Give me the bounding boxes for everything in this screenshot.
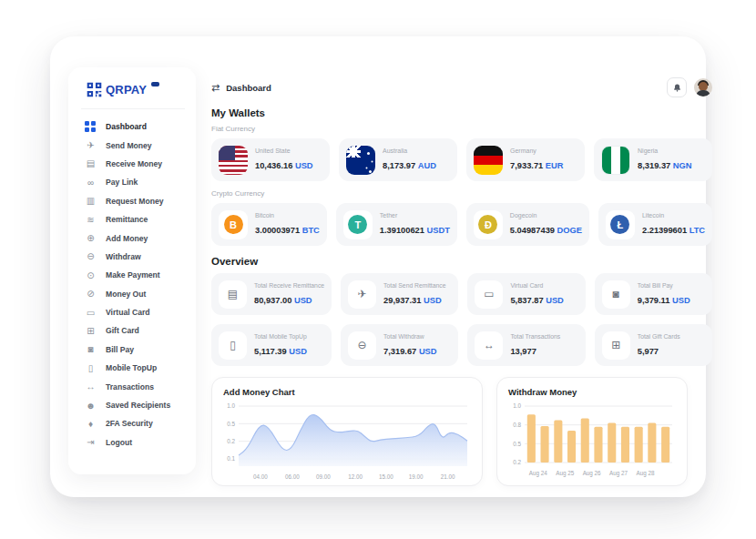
svg-text:0.8: 0.8 (513, 422, 521, 428)
coin-balance: 1.39100621 USDT (380, 226, 450, 235)
sidebar-item-logout[interactable]: ⇥ Logout (81, 433, 185, 452)
crypto-currency-label: Crypto Currency (211, 189, 712, 198)
fiat-wallet-de[interactable]: Germany 7,933.71 EUR (466, 138, 585, 181)
add-money-area-chart[interactable]: 1.00.50.20.104.0006.0009.0012.0015.0019.… (223, 399, 471, 483)
stat-card-total-bill-pay[interactable]: ◙ Total Bill Pay 9,379.11 USD (595, 273, 712, 315)
de-flag-icon (474, 146, 503, 175)
stat-label: Virtual Card (510, 282, 563, 289)
stat-value: 7,319.67 USD (383, 347, 436, 356)
sidebar-item-pay-link[interactable]: ∞ Pay Link (81, 173, 185, 191)
logo-badge (151, 82, 159, 86)
stat-card-total-receive-remittance[interactable]: ▤ Total Receive Remittance 80,937.00 USD (211, 273, 332, 315)
logo-text: QRPAY (106, 82, 147, 97)
us-flag-icon (219, 146, 248, 175)
sidebar-item-mobile-topup[interactable]: ▯ Mobile TopUp (81, 359, 185, 377)
coin-name-label: Dogecoin (510, 212, 582, 219)
sidebar-item-saved-recipients[interactable]: ☻ Saved Recipients (81, 396, 185, 414)
my-wallets-title: My Wallets (211, 107, 712, 118)
sidebar-item-label: 2FA Security (106, 419, 153, 428)
breadcrumb[interactable]: ⇄ Dashboard (211, 82, 271, 94)
total-receive-remittance-icon: ▤ (219, 280, 247, 309)
svg-text:Aug 24: Aug 24 (529, 470, 547, 477)
stat-value: 80,937.00 USD (254, 296, 312, 305)
add-money-chart-card: Add Money Chart 1.00.50.20.104.0006.0009… (211, 377, 483, 486)
crypto-wallet-btc[interactable]: B Bitcoin 3.00003971 BTC (211, 203, 327, 246)
make-payment-icon: ⊙ (85, 270, 97, 281)
wallet-balance: 8,319.37 NGN (638, 161, 691, 170)
total-withdraw-icon: ⊖ (348, 331, 376, 360)
svg-text:04.00: 04.00 (253, 473, 268, 480)
fiat-wallet-au[interactable]: Australia 8,173.97 AUD (339, 138, 457, 181)
sidebar-item-gift-card[interactable]: ⊞ Gift Card (81, 321, 185, 340)
sidebar-item-dashboard[interactable]: Dashboard (81, 117, 185, 136)
mobile-topup-icon: ▯ (85, 362, 97, 374)
crypto-wallet-usdt[interactable]: T Tether 1.39100621 USDT (336, 203, 457, 246)
stat-card-total-gift-cards[interactable]: ⊞ Total Gift Cards 5,977 (595, 324, 712, 366)
stat-value: 29,937.31 USD (383, 296, 442, 305)
chart-title: Add Money Chart (223, 387, 471, 397)
sidebar-item-remittance[interactable]: ≋ Remittance (81, 210, 185, 229)
send-money-icon: ✈ (85, 139, 97, 151)
sidebar-item-make-payment[interactable]: ⊙ Make Payment (81, 266, 185, 284)
svg-text:0.5: 0.5 (227, 421, 235, 427)
total-transactions-icon: ↔ (475, 331, 503, 360)
wallet-country-label: United State (255, 147, 313, 154)
chart-title: Withdraw Money (508, 387, 676, 397)
total-bill-pay-icon: ◙ (602, 280, 630, 309)
sidebar-item-label: Dashboard (106, 122, 147, 131)
sidebar-item-send-money[interactable]: ✈ Send Money (81, 136, 185, 154)
stat-card-total-transactions[interactable]: ↔ Total Transactions 13,977 (467, 324, 585, 366)
sidebar-item-bill-pay[interactable]: ◙ Bill Pay (81, 341, 185, 359)
svg-text:19.00: 19.00 (409, 473, 424, 480)
svg-text:21.00: 21.00 (441, 473, 455, 480)
sidebar-item-add-money[interactable]: ⊕ Add Money (81, 229, 185, 247)
total-gift-cards-icon: ⊞ (602, 331, 630, 360)
sidebar-item-label: Mobile TopUp (106, 363, 157, 372)
sidebar-item-transactions[interactable]: ↔ Transactions (81, 377, 185, 395)
sidebar-item-receive-money[interactable]: ▤ Receive Money (81, 155, 185, 173)
sidebar-item-label: Send Money (106, 141, 152, 150)
stat-label: Total Transactions (510, 333, 560, 340)
wallet-country-label: Australia (383, 147, 436, 154)
svg-text:0.1: 0.1 (227, 455, 235, 462)
coin-balance: 2.21399601 LTC (642, 226, 705, 235)
sidebar-item-label: Bill Pay (106, 345, 134, 354)
stat-card-total-withdraw[interactable]: ⊖ Total Withdraw 7,319.67 USD (341, 324, 458, 366)
breadcrumb-label: Dashboard (226, 83, 271, 93)
notifications-button[interactable] (667, 77, 687, 97)
sidebar-item-label: Saved Recipients (106, 401, 170, 410)
logout-icon: ⇥ (85, 436, 97, 448)
stat-card-total-send-remittance[interactable]: ✈ Total Send Remittance 29,937.31 USD (341, 273, 458, 315)
stat-value: 13,977 (510, 347, 536, 356)
svg-text:Aug 26: Aug 26 (583, 470, 601, 477)
sidebar-item-virtual-card[interactable]: ▭ Virtual Card (81, 303, 185, 321)
svg-text:0.5: 0.5 (513, 441, 521, 447)
sidebar: QRPAY Dashboard ✈ Send Money ▤ Receive M… (68, 67, 196, 474)
fiat-wallet-ng[interactable]: Nigeria 8,319.37 NGN (594, 138, 712, 181)
sidebar-item-label: Virtual Card (106, 308, 150, 317)
stat-label: Total Withdraw (383, 333, 436, 340)
crypto-wallet-doge[interactable]: Ð Dogecoin 5.04987439 DOGE (466, 203, 589, 246)
bell-icon (672, 83, 682, 93)
svg-text:0.2: 0.2 (227, 438, 235, 444)
total-mobile-topup-icon: ▯ (219, 331, 247, 360)
sidebar-item-2fa-security[interactable]: ♦ 2FA Security (81, 414, 185, 432)
wallet-country-label: Germany (510, 147, 563, 154)
sidebar-item-money-out[interactable]: ⊘ Money Out (81, 285, 185, 303)
logo[interactable]: QRPAY (81, 82, 185, 97)
sidebar-item-withdraw[interactable]: ⊖ Withdraw (81, 248, 185, 266)
svg-text:12.00: 12.00 (348, 473, 363, 480)
fiat-wallet-us[interactable]: United State 10,436.16 USD (211, 138, 330, 181)
fiat-wallets-grid: United State 10,436.16 USD Australia 8,1… (211, 138, 712, 181)
sidebar-item-request-money[interactable]: ▥ Request Money (81, 192, 185, 210)
receive-money-icon: ▤ (85, 158, 97, 169)
stat-card-total-mobile-topup[interactable]: ▯ Total Mobile TopUp 5,117.39 USD (211, 324, 332, 366)
request-money-icon: ▥ (85, 195, 97, 207)
withdraw-money-bar-chart[interactable]: 1.00.80.50.2Aug 24Aug 25Aug 26Aug 27Aug … (508, 399, 676, 483)
overview-stats-grid: ▤ Total Receive Remittance 80,937.00 USD… (211, 273, 712, 366)
stat-label: Total Mobile TopUp (254, 333, 307, 340)
user-avatar[interactable] (694, 78, 712, 97)
crypto-wallet-ltc[interactable]: Ł Litecoin 2.21399601 LTC (598, 203, 712, 246)
dogecoin-icon: Ð (478, 215, 497, 234)
stat-card-virtual-card[interactable]: ▭ Virtual Card 5,837.87 USD (467, 273, 585, 315)
